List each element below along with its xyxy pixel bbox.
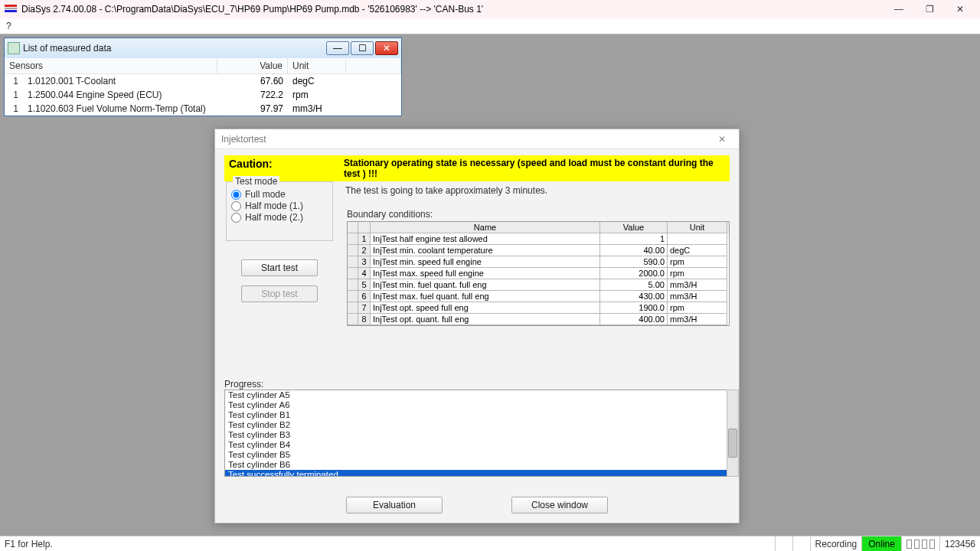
app-logo-icon [5, 5, 17, 14]
close-window-button[interactable]: Close window [511, 497, 608, 514]
list-item[interactable]: Test cylinder A5 [225, 390, 727, 400]
test-info-text: The test is going to take approximately … [345, 185, 547, 196]
dialog-close-button[interactable]: ✕ [711, 134, 733, 145]
status-recording: Recording [810, 536, 862, 551]
list-item[interactable]: Test cylinder A6 [225, 400, 727, 410]
table-row[interactable]: 8InjTest opt. quant. full eng400.00mm3/H [348, 314, 729, 325]
list-item[interactable]: Test cylinder B5 [225, 450, 727, 460]
mdi-area: List of measured data — ☐ ✕ Sensors Valu… [0, 34, 980, 536]
bc-col-name[interactable]: Name [371, 222, 600, 233]
bc-col-unit[interactable]: Unit [668, 222, 727, 233]
table-row[interactable]: 11.0120.001 T-Coolant67.60degC [5, 74, 401, 88]
list-item[interactable]: Test successfully terminated [225, 470, 727, 477]
caution-text: Stationary operating state is necessary … [344, 158, 725, 179]
progress-label: Progress: [224, 379, 263, 390]
table-row[interactable]: 7InjTest opt. speed full eng1900.0rpm [348, 302, 729, 314]
table-row[interactable]: 4InjTest max. speed full engine2000.0rpm [348, 268, 729, 279]
child-maximize-button[interactable]: ☐ [351, 41, 374, 55]
menubar: ? [0, 18, 980, 34]
radio-half-mode-1-input[interactable] [231, 201, 241, 211]
status-online: Online [861, 536, 901, 551]
stop-test-button[interactable]: Stop test [241, 285, 318, 302]
injector-test-dialog: Injektortest ✕ Caution: Stationary opera… [214, 129, 740, 523]
radio-half-mode-2-input[interactable] [231, 213, 241, 223]
child-minimize-button[interactable]: — [326, 41, 349, 55]
status-empty-1 [775, 536, 792, 551]
progress-listbox[interactable]: Test cylinder A5Test cylinder A6Test cyl… [224, 390, 728, 477]
boundary-conditions-label: Boundary conditions: [347, 209, 433, 220]
evaluation-button[interactable]: Evaluation [346, 497, 443, 514]
caution-banner: Caution: Stationary operating state is n… [224, 155, 730, 181]
app-title: DiaSys 2.74.00.08 - C:\ProgramData\DiaSy… [21, 4, 483, 15]
help-menu[interactable]: ? [3, 21, 15, 31]
radio-half-mode-2[interactable]: Half mode (2.) [231, 212, 328, 223]
list-item[interactable]: Test cylinder B3 [225, 430, 727, 440]
list-item[interactable]: Test cylinder B1 [225, 410, 727, 420]
start-test-button[interactable]: Start test [241, 259, 318, 276]
table-row[interactable]: 2InjTest min. coolant temperature40.00de… [348, 245, 729, 256]
app-titlebar: DiaSys 2.74.00.08 - C:\ProgramData\DiaSy… [0, 0, 980, 18]
table-row[interactable]: 11.2500.044 Engine Speed (ECU)722.2rpm [5, 88, 401, 102]
measured-data-window: List of measured data — ☐ ✕ Sensors Valu… [4, 37, 402, 116]
dialog-title: Injektortest [221, 134, 266, 145]
table-row[interactable]: 6InjTest max. fuel quant. full eng430.00… [348, 291, 729, 302]
list-item[interactable]: Test cylinder B4 [225, 440, 727, 450]
status-help: F1 for Help. [0, 539, 57, 549]
status-counter: 123456 [939, 536, 980, 551]
radio-full-mode[interactable]: Full mode [231, 189, 328, 200]
col-unit[interactable]: Unit [288, 58, 346, 73]
test-mode-group: Test mode Full mode Half mode (1.) Half … [226, 181, 333, 241]
list-item[interactable]: Test cylinder B2 [225, 420, 727, 430]
boundary-conditions-table: Name Value Unit 1InjTest half engine tes… [347, 221, 730, 326]
measured-window-title: List of measured data [23, 43, 326, 54]
child-close-button[interactable]: ✕ [375, 41, 398, 55]
status-empty-2 [792, 536, 810, 551]
list-item[interactable]: Test cylinder B6 [225, 460, 727, 470]
radio-full-mode-input[interactable] [231, 190, 241, 200]
radio-half-mode-1[interactable]: Half mode (1.) [231, 201, 328, 211]
scrollbar-thumb[interactable] [728, 429, 737, 458]
window-maximize-button[interactable]: ❐ [914, 1, 945, 18]
table-row[interactable]: 1InjTest half engine test allowed1 [348, 233, 729, 245]
table-row[interactable]: 11.1020.603 Fuel Volume Norm-Temp (Total… [5, 102, 401, 116]
bc-col-value[interactable]: Value [600, 222, 668, 233]
measured-grid: Sensors Value Unit 11.0120.001 T-Coolant… [5, 58, 401, 116]
test-mode-legend: Test mode [233, 176, 279, 187]
status-bar: F1 for Help. Recording Online 123456 [0, 536, 980, 551]
window-minimize-button[interactable]: — [884, 1, 914, 18]
window-close-button[interactable]: ✕ [945, 1, 975, 18]
col-sensors[interactable]: Sensors [5, 58, 217, 73]
progress-scrollbar[interactable] [727, 390, 739, 477]
col-value[interactable]: Value [217, 58, 288, 73]
table-row[interactable]: 3InjTest min. speed full engine590.0rpm [348, 256, 729, 268]
status-indicator-icon [901, 536, 939, 551]
table-row[interactable]: 5InjTest min. fuel quant. full eng5.00mm… [348, 279, 729, 291]
list-icon [8, 42, 20, 54]
